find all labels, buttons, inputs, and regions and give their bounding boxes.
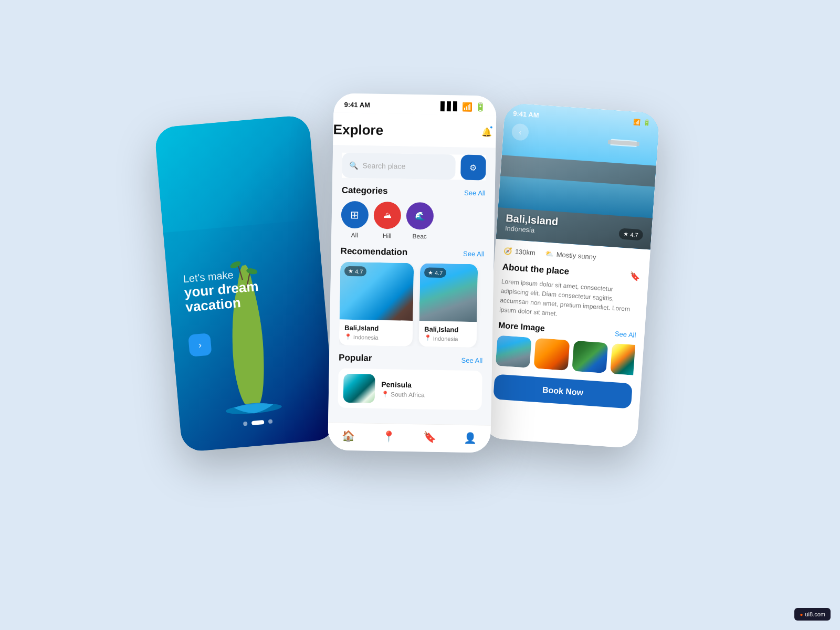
- bookmark-icon-detail[interactable]: 🔖: [629, 271, 640, 281]
- categories-header: Categories See All: [342, 185, 486, 198]
- back-icon: ‹: [519, 128, 522, 136]
- right-body: 🧭 130km ⛅ Mostly sunny About the place 🔖…: [482, 239, 650, 449]
- search-icon: 🔍: [349, 161, 358, 170]
- rec-rating-1: ★ 4.7: [344, 266, 367, 277]
- about-title: About the place: [502, 262, 570, 277]
- watermark-text: ui8.com: [805, 611, 825, 617]
- arrow-icon: ›: [198, 339, 202, 350]
- home-icon: 🏠: [342, 429, 355, 442]
- nav-saved[interactable]: 🔖: [423, 430, 436, 443]
- popular-header: Popular See All: [339, 353, 482, 366]
- hero-title-area: Bali,Island Indonesia: [505, 212, 558, 236]
- category-hill-label: Hill: [383, 232, 392, 239]
- rec-name-1: Bali,Island: [344, 324, 407, 333]
- profile-icon: 👤: [464, 432, 477, 444]
- center-status-time: 9:41 AM: [344, 101, 370, 109]
- wifi-icon: 📶: [462, 102, 472, 112]
- right-battery-icon: 🔋: [643, 119, 651, 127]
- rec-info-1: Bali,Island 📍 Indonesia: [339, 320, 413, 346]
- category-hill-icon: ⛰: [373, 202, 401, 229]
- more-img-4[interactable]: [610, 343, 635, 375]
- rec-loc-1: 📍 Indonesia: [344, 333, 407, 341]
- loc-icon-3: 📍: [381, 391, 389, 398]
- right-hero: 9:41 AM 📶 🔋 ‹ Bali,Island Indonesia: [496, 102, 660, 249]
- more-images-row: [496, 335, 635, 375]
- map-pin-icon: 📍: [382, 430, 395, 443]
- rec-img-1: ★ 4.7: [339, 262, 414, 321]
- categories-row: ⊞ All ⛰ Hill 🌊 Beac: [341, 201, 485, 242]
- dot-1: [243, 422, 247, 426]
- filter-button[interactable]: ⚙: [460, 155, 486, 181]
- more-images-see-all[interactable]: See All: [615, 330, 636, 339]
- category-hill[interactable]: ⛰ Hill: [373, 202, 401, 240]
- nav-explore[interactable]: 📍: [382, 430, 395, 443]
- phone-left: Let's make your dream vacation ›: [154, 114, 337, 452]
- watermark: ● ui8.com: [794, 608, 831, 621]
- search-row: 🔍 Search place ⚙: [342, 153, 486, 181]
- right-status-icons: 📶 🔋: [633, 119, 651, 127]
- phone-right: 9:41 AM 📶 🔋 ‹ Bali,Island Indonesia: [482, 102, 660, 448]
- search-placeholder: Search place: [362, 161, 405, 170]
- recommendation-title: Recomendation: [341, 246, 408, 258]
- bookmark-icon: 🔖: [423, 430, 436, 443]
- location-icon: 📍: [344, 333, 352, 340]
- more-img-3[interactable]: [572, 341, 608, 373]
- popular-item-1[interactable]: Penisula 📍 South Africa: [338, 369, 482, 411]
- category-all[interactable]: ⊞ All: [341, 201, 369, 239]
- more-img-2[interactable]: [534, 338, 570, 371]
- star-icon-2: ★: [428, 269, 433, 276]
- location-icon-2: 📍: [424, 334, 432, 341]
- dot-2: [251, 420, 264, 425]
- bottom-nav: 🏠 📍 🔖 👤: [328, 422, 491, 453]
- rec-card-2[interactable]: ★ 4.7 Bali,Island 📍 Indonesia: [419, 263, 478, 348]
- nav-profile[interactable]: 👤: [464, 432, 477, 444]
- recommendation-scroll: ★ 4.7 Bali,Island 📍 Indonesia: [339, 262, 485, 348]
- rec-loc-2: 📍 Indonesia: [424, 334, 471, 342]
- recommendation-header: Recomendation See All: [341, 246, 485, 259]
- explore-header: Explore 🔔: [328, 112, 497, 148]
- rec-img-2: ★ 4.7: [419, 263, 478, 322]
- weather-icon: ⛅: [544, 249, 553, 258]
- rec-rating-2: ★ 4.7: [424, 267, 447, 278]
- watermark-dot: ●: [800, 612, 803, 617]
- rec-name-2: Bali,Island: [424, 325, 471, 334]
- categories-see-all[interactable]: See All: [464, 188, 486, 197]
- recommendation-see-all[interactable]: See All: [463, 249, 485, 258]
- center-status-icons: ▋▋▋ 📶 🔋: [440, 101, 486, 112]
- category-beach-label: Beac: [412, 233, 427, 240]
- battery-icon: 🔋: [475, 102, 486, 112]
- more-img-1[interactable]: [496, 335, 532, 368]
- distance-icon: 🧭: [503, 247, 512, 255]
- search-input[interactable]: 🔍 Search place: [342, 153, 456, 180]
- phone-center: 9:41 AM ▋▋▋ 📶 🔋 Explore 🔔: [328, 93, 497, 453]
- right-wifi-icon: 📶: [633, 119, 641, 126]
- filter-icon: ⚙: [469, 162, 477, 172]
- star-icon: ★: [348, 268, 353, 275]
- popular-img-1: [343, 374, 375, 403]
- right-status-time: 9:41 AM: [513, 110, 539, 119]
- category-beach[interactable]: 🌊 Beac: [406, 202, 434, 240]
- category-beach-icon: 🌊: [406, 202, 434, 230]
- splash-text: Let's make your dream vacation: [183, 267, 260, 315]
- bell-button[interactable]: 🔔: [477, 122, 496, 142]
- rec-card-1[interactable]: ★ 4.7 Bali,Island 📍 Indonesia: [339, 262, 414, 346]
- dot-3: [268, 419, 272, 424]
- splash-arrow-button[interactable]: ›: [188, 333, 212, 357]
- info-row: 🧭 130km ⛅ Mostly sunny: [503, 247, 641, 264]
- popular-loc-1: 📍 South Africa: [381, 391, 425, 398]
- notification-dot: [489, 125, 494, 130]
- book-now-button[interactable]: Book Now: [493, 374, 633, 408]
- categories-title: Categories: [342, 185, 388, 197]
- popular-section: Popular See All Penisula 📍 South Africa: [338, 353, 483, 411]
- star-icon-hero: ★: [623, 230, 629, 238]
- category-all-icon: ⊞: [341, 201, 369, 229]
- distance-badge: 🧭 130km: [503, 247, 536, 257]
- splash-dots: [243, 419, 272, 426]
- phones-container: Let's make your dream vacation › 9: [184, 79, 656, 551]
- hero-rating: ★ 4.7: [618, 228, 644, 240]
- popular-info-1: Penisula 📍 South Africa: [381, 380, 425, 398]
- signal-icon: ▋▋▋: [440, 101, 459, 112]
- more-images-title: More Image: [498, 321, 545, 333]
- popular-see-all[interactable]: See All: [461, 356, 483, 364]
- nav-home[interactable]: 🏠: [342, 429, 355, 442]
